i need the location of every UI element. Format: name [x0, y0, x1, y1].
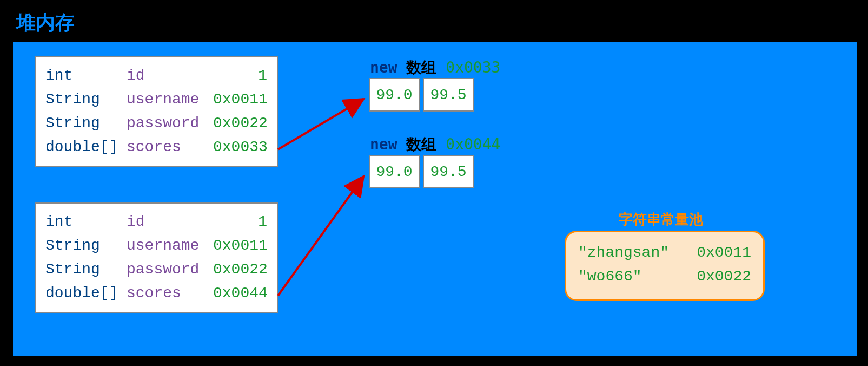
field-row: double[] scores 0x0033 [45, 135, 267, 159]
heap-title: 堆内存 [16, 10, 75, 36]
field-row: String password 0x0022 [45, 112, 267, 135]
pool-string: "zhangsan" [578, 241, 669, 265]
array-box-1: 99.0 99.5 [369, 78, 477, 112]
field-name: username [127, 234, 213, 258]
array-address: 0x0044 [446, 135, 500, 153]
field-type: String [45, 234, 127, 258]
arrow-icon [278, 177, 363, 296]
field-name: password [127, 258, 213, 282]
field-type: int [45, 64, 127, 88]
field-name: id [127, 210, 213, 234]
field-name: username [127, 88, 213, 112]
pool-entry: "wo666" 0x0022 [578, 265, 751, 289]
keyword-new: new [370, 58, 397, 76]
field-value: 1 [213, 210, 267, 234]
field-type: double[] [45, 282, 127, 305]
pool-entry: "zhangsan" 0x0011 [578, 241, 751, 265]
array-cell: 99.0 [369, 155, 420, 188]
pool-string: "wo666" [578, 265, 642, 289]
pool-address: 0x0022 [697, 265, 751, 289]
field-type: String [45, 112, 127, 135]
array-type-label: 数组 [406, 135, 436, 153]
heap-area: int id 1 String username 0x0011 String p… [13, 42, 857, 356]
string-pool-box: "zhangsan" 0x0011 "wo666" 0x0022 [565, 231, 765, 301]
field-value: 0x0022 [213, 258, 267, 282]
field-type: String [45, 88, 127, 112]
field-row: String username 0x0011 [45, 88, 267, 112]
field-row: int id 1 [45, 210, 267, 234]
array-cell: 99.5 [423, 78, 474, 112]
string-pool-title: 字符串常量池 [619, 210, 703, 229]
field-name: id [127, 64, 213, 88]
array-label-1: new 数组 0x0033 [370, 57, 500, 78]
field-value: 0x0044 [213, 282, 267, 305]
field-type: String [45, 258, 127, 282]
field-type: double[] [45, 135, 127, 159]
array-cell: 99.5 [423, 155, 474, 188]
arrow-icon [278, 99, 363, 149]
array-cell: 99.0 [369, 78, 420, 112]
object-box-1: int id 1 String username 0x0011 String p… [35, 56, 278, 167]
keyword-new: new [370, 135, 397, 153]
field-value: 1 [213, 64, 267, 88]
field-name: scores [127, 135, 213, 159]
field-type: int [45, 210, 127, 234]
pool-address: 0x0011 [697, 241, 751, 265]
field-value: 0x0011 [213, 234, 267, 258]
object-box-2: int id 1 String username 0x0011 String p… [35, 202, 278, 313]
array-label-2: new 数组 0x0044 [370, 134, 500, 155]
field-name: scores [127, 282, 213, 305]
array-box-2: 99.0 99.5 [369, 155, 477, 188]
field-value: 0x0011 [213, 88, 267, 112]
field-row: double[] scores 0x0044 [45, 282, 267, 305]
field-value: 0x0033 [213, 135, 267, 159]
field-row: String password 0x0022 [45, 258, 267, 282]
array-type-label: 数组 [406, 58, 436, 76]
field-row: int id 1 [45, 64, 267, 88]
array-address: 0x0033 [446, 58, 500, 76]
field-value: 0x0022 [213, 112, 267, 135]
field-name: password [127, 112, 213, 135]
field-row: String username 0x0011 [45, 234, 267, 258]
